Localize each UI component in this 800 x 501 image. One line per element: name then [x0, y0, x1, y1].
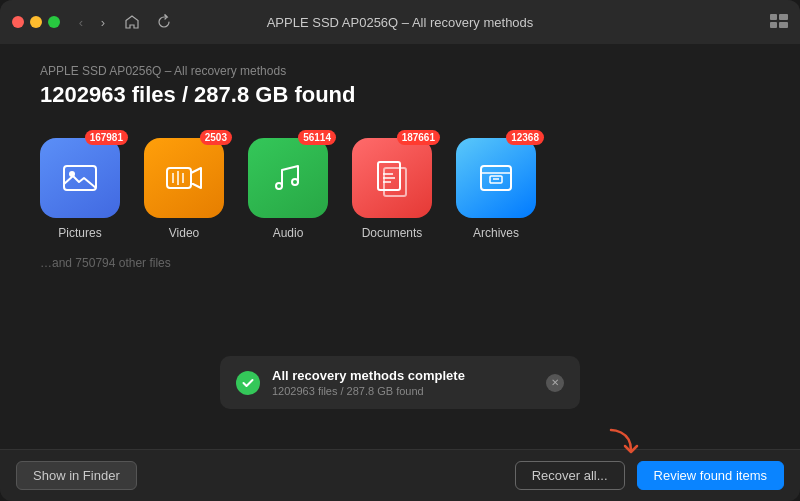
- breadcrumb: APPLE SSD AP0256Q – All recovery methods: [40, 64, 760, 78]
- notification-title: All recovery methods complete: [272, 368, 534, 383]
- svg-point-10: [276, 183, 282, 189]
- pictures-label: Pictures: [58, 226, 101, 240]
- other-files-label: …and 750794 other files: [40, 256, 760, 270]
- grid-view-icon[interactable]: [770, 14, 788, 31]
- check-icon: [236, 371, 260, 395]
- back-button[interactable]: ‹: [72, 13, 90, 31]
- audio-icon: [266, 156, 310, 200]
- notification-text: All recovery methods complete 1202963 fi…: [272, 368, 534, 397]
- category-pictures[interactable]: 167981 Pictures: [40, 138, 120, 240]
- window-title: APPLE SSD AP0256Q – All recovery methods: [267, 15, 534, 30]
- svg-rect-4: [64, 166, 96, 190]
- audio-badge: 56114: [298, 130, 336, 145]
- close-button[interactable]: [12, 16, 24, 28]
- categories-list: 167981 Pictures 2503: [40, 138, 760, 240]
- checkmark-svg: [241, 376, 255, 390]
- review-found-items-button[interactable]: Review found items: [637, 461, 784, 490]
- video-label: Video: [169, 226, 199, 240]
- main-title: 1202963 files / 287.8 GB found: [40, 82, 760, 108]
- svg-rect-6: [167, 168, 191, 188]
- documents-icon: [370, 156, 414, 200]
- titlebar: ‹ › APPLE SSD AP0256Q – All recovery met…: [0, 0, 800, 44]
- notification-close-button[interactable]: ✕: [546, 374, 564, 392]
- documents-icon-wrap: 187661: [352, 138, 432, 218]
- svg-rect-12: [378, 162, 400, 190]
- video-icon: [162, 156, 206, 200]
- video-icon-wrap: 2503: [144, 138, 224, 218]
- video-badge: 2503: [200, 130, 232, 145]
- svg-rect-2: [770, 22, 777, 28]
- category-documents[interactable]: 187661 Documents: [352, 138, 432, 240]
- nav-arrows: ‹ ›: [72, 13, 112, 31]
- pictures-icon-wrap: 167981: [40, 138, 120, 218]
- bottom-bar: Show in Finder Recover all... Review fou…: [0, 449, 800, 501]
- maximize-button[interactable]: [48, 16, 60, 28]
- documents-badge: 187661: [397, 130, 440, 145]
- traffic-lights: [12, 16, 60, 28]
- archives-icon-wrap: 12368: [456, 138, 536, 218]
- category-video[interactable]: 2503 Video: [144, 138, 224, 240]
- svg-rect-3: [779, 22, 788, 28]
- svg-rect-0: [770, 14, 777, 20]
- audio-label: Audio: [273, 226, 304, 240]
- audio-icon-wrap: 56114: [248, 138, 328, 218]
- arrow-indicator: [603, 426, 639, 466]
- notification-subtitle: 1202963 files / 287.8 GB found: [272, 385, 534, 397]
- category-archives[interactable]: 12368 Archives: [456, 138, 536, 240]
- category-audio[interactable]: 56114 Audio: [248, 138, 328, 240]
- pictures-badge: 167981: [85, 130, 128, 145]
- minimize-button[interactable]: [30, 16, 42, 28]
- titlebar-right: [770, 14, 788, 31]
- refresh-icon[interactable]: [154, 12, 174, 32]
- pictures-icon: [58, 156, 102, 200]
- documents-label: Documents: [362, 226, 423, 240]
- svg-rect-17: [481, 166, 511, 190]
- show-in-finder-button[interactable]: Show in Finder: [16, 461, 137, 490]
- notification-banner: All recovery methods complete 1202963 fi…: [220, 356, 580, 409]
- titlebar-icons-left: [122, 12, 174, 32]
- archives-icon: [474, 156, 518, 200]
- archives-badge: 12368: [506, 130, 544, 145]
- home-icon[interactable]: [122, 12, 142, 32]
- archives-label: Archives: [473, 226, 519, 240]
- app-window: ‹ › APPLE SSD AP0256Q – All recovery met…: [0, 0, 800, 501]
- svg-point-11: [292, 179, 298, 185]
- svg-rect-1: [779, 14, 788, 20]
- main-content: APPLE SSD AP0256Q – All recovery methods…: [0, 44, 800, 449]
- forward-button[interactable]: ›: [94, 13, 112, 31]
